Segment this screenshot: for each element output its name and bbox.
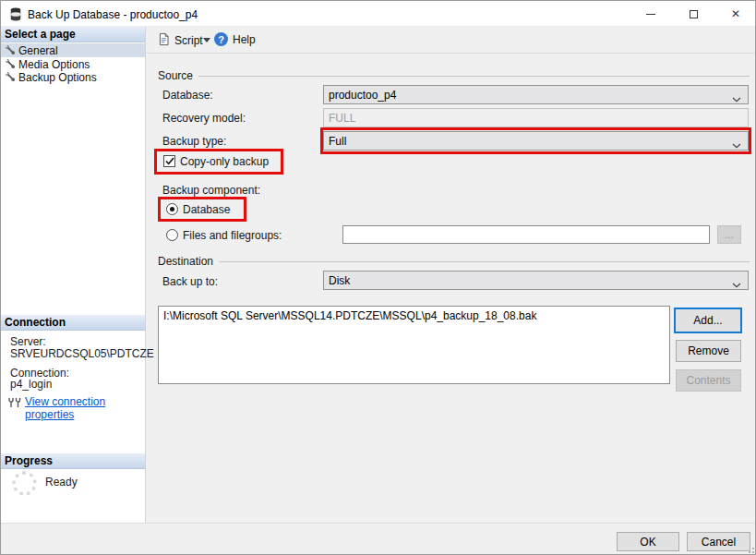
database-radio[interactable] [166, 203, 178, 215]
back-up-to-combobox[interactable]: Disk [323, 271, 749, 290]
copy-only-backup-checkbox[interactable] [163, 155, 175, 167]
sidebar-item-label: Media Options [18, 58, 90, 71]
back-up-to-combobox-value: Disk [329, 274, 350, 287]
close-button[interactable]: ✕ [714, 1, 756, 27]
sidebar-item-label: Backup Options [18, 71, 97, 84]
copy-only-backup-label: Copy-only backup [180, 155, 269, 168]
chevron-down-icon [732, 278, 741, 291]
back-up-to-label: Back up to: [162, 275, 218, 288]
database-icon [9, 7, 22, 25]
backup-type-combobox-value: Full [329, 135, 346, 148]
group-divider [219, 261, 750, 262]
files-filegroups-input[interactable] [342, 225, 710, 244]
wrench-icon [6, 71, 15, 84]
recovery-model-value: FULL [329, 112, 355, 125]
source-group-label: Source [158, 69, 193, 82]
wrench-icon [6, 44, 15, 57]
dialog-toolbar: Script ? Help [146, 27, 756, 54]
maximize-button[interactable] [672, 1, 714, 27]
help-icon: ? [214, 32, 228, 46]
contents-button[interactable]: Contents [676, 369, 741, 392]
destination-file-item[interactable]: I:\Microsoft SQL Server\MSSQL14.PDTCZE\M… [163, 309, 665, 322]
help-button[interactable]: ? Help [214, 32, 256, 46]
files-filegroups-label: Files and filegroups: [183, 229, 282, 242]
server-label: Server: [10, 335, 46, 348]
resize-grip[interactable] [747, 546, 754, 553]
chevron-down-icon [732, 92, 741, 105]
backup-type-combobox[interactable]: Full [323, 131, 749, 151]
database-label: Database: [162, 89, 213, 102]
connection-header: Connection [1, 315, 145, 331]
sidebar: Select a page General Media Options Back… [1, 27, 146, 523]
progress-spinner-icon [12, 471, 37, 496]
add-button[interactable]: Add... [674, 308, 742, 333]
close-icon: ✕ [731, 7, 740, 20]
maximize-icon [690, 10, 698, 18]
script-icon [158, 32, 170, 49]
browse-button[interactable]: ... [717, 225, 741, 244]
connection-properties-icon [8, 395, 21, 412]
view-connection-properties-link[interactable]: View connection properties [25, 395, 145, 421]
database-combobox[interactable]: productoo_p4 [323, 85, 749, 104]
sidebar-item-label: General [18, 44, 58, 57]
window-title: Back Up Database - productoo_p4 [28, 8, 198, 21]
sidebar-item-backup-options[interactable]: Backup Options [1, 70, 145, 84]
source-group-header: Source [158, 69, 750, 82]
script-dropdown-arrow[interactable] [203, 38, 210, 42]
server-value: SRVEURDCSQL05\PDTCZE [10, 347, 154, 360]
destination-files-list[interactable]: I:\Microsoft SQL Server\MSSQL14.PDTCZE\M… [158, 306, 670, 384]
backup-component-label: Backup component: [162, 184, 260, 197]
files-filegroups-radio[interactable] [166, 229, 178, 241]
progress-header: Progress [1, 453, 145, 469]
remove-button[interactable]: Remove [676, 340, 741, 362]
sidebar-item-media-options[interactable]: Media Options [1, 57, 145, 71]
title-bar: Back Up Database - productoo_p4 ✕ [1, 1, 755, 27]
wrench-icon [6, 58, 15, 71]
help-label: Help [233, 33, 256, 46]
sidebar-item-general[interactable]: General [1, 43, 145, 57]
backup-type-label: Backup type: [162, 135, 226, 148]
minimize-button[interactable] [630, 1, 672, 27]
recovery-model-label: Recovery model: [162, 112, 246, 125]
progress-status: Ready [45, 476, 78, 489]
ok-button[interactable]: OK [617, 532, 679, 551]
select-a-page-header: Select a page [1, 27, 145, 42]
cancel-button[interactable]: Cancel [687, 532, 750, 551]
backup-database-dialog: Back Up Database - productoo_p4 ✕ Select… [0, 0, 756, 555]
chevron-down-icon [732, 139, 741, 151]
database-combobox-value: productoo_p4 [329, 89, 396, 102]
destination-group-label: Destination [158, 255, 213, 268]
script-label: Script [174, 34, 203, 47]
script-button[interactable]: Script [158, 32, 203, 49]
group-divider [198, 76, 750, 77]
recovery-model-field[interactable]: FULL [323, 108, 749, 127]
connection-value: p4_login [10, 378, 52, 391]
minimize-icon [646, 14, 655, 15]
destination-group-header: Destination [158, 255, 750, 268]
dialog-footer: OK Cancel [1, 523, 756, 555]
database-radio-label: Database [183, 203, 230, 216]
